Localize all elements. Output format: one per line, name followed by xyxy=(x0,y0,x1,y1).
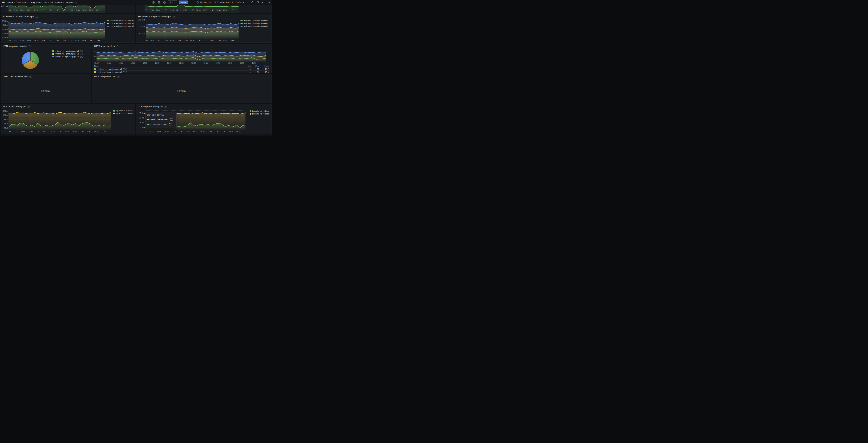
cell-mean: 15.0 xyxy=(259,71,270,73)
info-icon[interactable] xyxy=(173,15,175,18)
x-tick-label: 11:55 xyxy=(12,130,20,132)
dashboard-info-button[interactable] xyxy=(152,1,155,4)
time-range-picker[interactable]: 2024-01-24 11:50:00 to 2024-01-24 12:59:… xyxy=(196,1,244,4)
x-tick-label: 11:55 xyxy=(148,9,155,11)
series-name: reviews-v1 -> productpage-v1: (2xx) xyxy=(98,68,127,70)
breadcrumb-item[interactable]: Dashboards xyxy=(16,1,27,4)
favorite-star-icon[interactable]: ☆ xyxy=(75,1,77,4)
x-tick-label: 12:20 xyxy=(165,62,173,64)
save-dashboard-button[interactable] xyxy=(157,1,161,4)
legend-item[interactable]: reviews-v2 -> productpage-v1 xyxy=(241,22,268,24)
x-tick-label: 11:50 xyxy=(5,9,12,11)
time-series-chart[interactable]: 0.2 req/s11:5011:5512:0012:0512:1012:151… xyxy=(1,5,135,13)
panel-request-rate-partial-right[interactable]: 11:5011:5512:0012:0512:1012:1512:2012:25… xyxy=(136,5,272,13)
panel-request-rate-partial[interactable]: 0.2 req/s11:5011:5512:0012:0512:1012:151… xyxy=(1,5,135,13)
breadcrumb-separator: › xyxy=(14,1,14,4)
x-tick-label: 12:10 xyxy=(168,9,175,11)
info-icon[interactable] xyxy=(27,105,30,108)
x-tick-label: 12:50 xyxy=(238,62,246,64)
panel-header[interactable]: HTTP responses / 1m xyxy=(92,44,271,48)
y-tick-label: 750 B/s xyxy=(1,29,8,31)
legend-item[interactable]: tcp-echo-v1 -> sleep xyxy=(250,110,269,112)
legend-item[interactable]: reviews-v3 <- productpage-v1 xyxy=(107,25,134,27)
y-tick-label: 7.5 B/s xyxy=(137,122,144,124)
cell-max: 21 xyxy=(250,71,259,73)
column-header[interactable]: Mean xyxy=(259,65,270,67)
refresh-interval-dropdown[interactable] xyxy=(261,1,264,4)
legend-item[interactable]: reviews-v2 <- productpage-v1 xyxy=(107,22,134,24)
divider xyxy=(190,1,190,4)
legend-item[interactable]: reviews-v1 <- productpage-v1 xyxy=(107,19,134,21)
x-tick-label: 12:40 xyxy=(73,9,81,11)
panel-tcp-request-throughput: TCP request throughput 12 B/s10 B/s8 B/s… xyxy=(1,104,135,134)
panel-header[interactable]: HTTP/GRPC request throughput xyxy=(1,14,135,19)
menu-toggle-button[interactable] xyxy=(2,1,5,4)
series-swatch xyxy=(250,113,251,115)
x-tick-label: 12:45 xyxy=(85,130,93,132)
collapse-nav-button[interactable] xyxy=(268,1,271,4)
x-tick-label: 12:25 xyxy=(56,130,64,132)
info-icon[interactable] xyxy=(117,75,120,78)
legend-item[interactable]: reviews-v1 -> productpage-v1: (ok) xyxy=(52,50,83,52)
plot-canvas[interactable] xyxy=(8,5,105,13)
legend-label: tcp-echo-v1 -> sleep xyxy=(252,110,269,112)
plot-canvas[interactable] xyxy=(145,5,239,13)
cell-min: 9 xyxy=(242,71,250,73)
legend-item[interactable]: reviews-v1 -> productpage-v1 xyxy=(241,19,268,21)
plot-canvas[interactable] xyxy=(146,20,239,39)
panel-header[interactable]: HTTP/GRPC response throughput xyxy=(136,14,271,19)
panel-header[interactable]: GRPC response overview xyxy=(1,74,91,79)
plot-canvas[interactable] xyxy=(8,20,105,39)
legend-item[interactable]: reviews-v3 -> productpage-v1: (ok) xyxy=(52,56,83,58)
y-tick-label: 10 B/s xyxy=(1,114,8,116)
panel-header[interactable]: TCP request throughput xyxy=(1,104,135,109)
info-icon[interactable] xyxy=(36,15,38,18)
panel-header[interactable]: GRPC responses / 1m xyxy=(92,74,271,79)
panel-header[interactable]: TCP response throughput xyxy=(136,104,271,109)
table-row[interactable]: reviews-v2 -> productpage-v1: (2xx)92115… xyxy=(94,70,270,73)
legend-item[interactable]: tcp-echo-v1 <- sleep xyxy=(113,110,132,112)
info-icon[interactable] xyxy=(164,105,167,108)
info-icon[interactable] xyxy=(29,75,32,78)
plot-canvas[interactable] xyxy=(8,110,111,130)
table-row[interactable]: reviews-v1 -> productpage-v1: (2xx)62315… xyxy=(94,67,270,70)
legend-item[interactable]: reviews-v3 -> productpage-v1 xyxy=(241,25,268,27)
x-tick-label: 12:30 xyxy=(60,40,67,42)
refresh-button[interactable] xyxy=(256,1,259,4)
add-button[interactable]: Add xyxy=(168,1,177,4)
chart-legend: tcp-echo-v1 -> sleeptcp-echo-v2 -> sleep xyxy=(250,110,269,115)
breadcrumb-item[interactable]: Integration - Istio xyxy=(31,1,47,4)
legend-item[interactable]: reviews-v2 -> productpage-v1: (ok) xyxy=(52,53,83,55)
chart-legend: reviews-v1 <- productpage-v1reviews-v2 <… xyxy=(107,19,134,28)
x-tick-label: 12:30 xyxy=(198,130,206,132)
panel-title: HTTP/GRPC request throughput xyxy=(3,15,34,18)
dashboard-settings-button[interactable] xyxy=(163,1,166,4)
column-header[interactable]: Max xyxy=(250,65,259,67)
time-shift-back-button[interactable] xyxy=(192,1,195,4)
breadcrumb-item[interactable]: Istio workloads overview xyxy=(50,1,73,4)
legend-item[interactable]: tcp-echo-v2 -> sleep xyxy=(250,113,269,115)
share-button[interactable]: Share xyxy=(179,1,188,4)
x-tick-label: 12:45 xyxy=(81,9,88,11)
column-header[interactable]: Min xyxy=(242,65,250,67)
x-tick-label: 11:55 xyxy=(105,62,113,64)
series-swatch xyxy=(52,50,54,52)
breadcrumb-item[interactable]: Home xyxy=(7,1,13,4)
legend-item[interactable]: tcp-echo-v2 <- sleep xyxy=(113,112,132,114)
panel-http-grpc-response-throughput: HTTP/GRPC response throughput 1.50 kB/s1… xyxy=(136,14,272,43)
x-tick-label: 12:00 xyxy=(154,9,162,11)
info-icon[interactable] xyxy=(29,45,31,47)
y-tick-label: 8 B/s xyxy=(1,118,8,121)
x-tick-label: 12:50 xyxy=(87,40,95,42)
column-header[interactable]: Name xyxy=(94,65,242,67)
divider xyxy=(266,1,266,4)
zoom-out-time-button[interactable] xyxy=(251,1,254,4)
tooltip-row: tcp-echo-v1 -> sleep4.95 B/s xyxy=(147,122,175,127)
time-series-chart[interactable]: 11:5011:5512:0012:0512:1012:1512:2012:25… xyxy=(136,5,271,13)
cell-min: 6 xyxy=(242,68,250,70)
info-icon[interactable] xyxy=(117,45,119,47)
panel-header[interactable]: HTTP response overview xyxy=(1,44,91,48)
time-shift-forward-button[interactable] xyxy=(246,1,249,4)
plot-canvas[interactable] xyxy=(96,50,266,62)
crosshair-horizontal xyxy=(145,110,245,111)
